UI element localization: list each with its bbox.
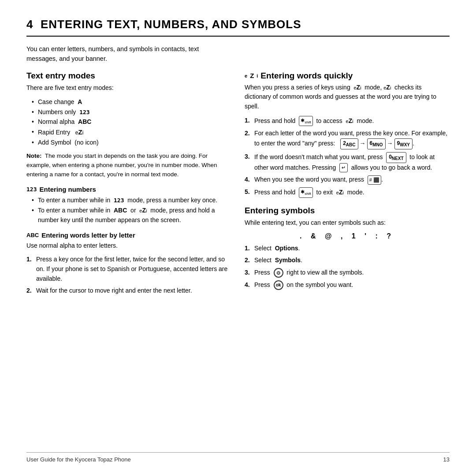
key-2abc: 2ABC xyxy=(340,138,358,149)
list-item: Rapid Entry eZi xyxy=(32,127,231,138)
note-block: Note: The mode you start in depends on t… xyxy=(26,152,231,179)
chapter-title: 4 Entering Text, Numbers, and Symbols xyxy=(26,18,301,31)
symbols-row: . & @ , 1 ' : ? xyxy=(245,232,450,240)
entering-words-quickly-body: When you press a series of keys using eZ… xyxy=(245,83,450,112)
footer-right: 13 xyxy=(443,456,450,463)
list-item: Numbers only 123 xyxy=(32,107,231,117)
back-arrow-icon: ↵ xyxy=(339,163,348,172)
right-column: eZi Entering words quickly When you pres… xyxy=(245,71,450,448)
list-item: 2. Wait for the cursor to move right and… xyxy=(26,286,231,296)
key-sequence: 2ABC → 6MNO → 9WXY xyxy=(340,138,413,149)
footer: User Guide for the Kyocera Topaz Phone 1… xyxy=(26,452,450,463)
star-key-icon-2: ✱shift xyxy=(299,187,313,198)
text-entry-modes-title: Text entry modes xyxy=(26,71,231,81)
star-key-icon: ✱shift xyxy=(299,116,313,126)
text-entry-bullets: Case change A Numbers only 123 Normal al… xyxy=(26,97,231,147)
list-item: To enter a number while in 123 mode, pre… xyxy=(32,195,231,205)
list-item: Normal alpha ABC xyxy=(32,117,231,126)
chapter-header: 4 Entering Text, Numbers, and Symbols xyxy=(26,18,450,37)
list-item: 2. Select Symbols. xyxy=(245,256,450,265)
key-0next: 0NEXT xyxy=(386,152,406,163)
entering-words-letter-steps: 1. Press a key once for the first letter… xyxy=(26,255,231,296)
entering-symbols-steps: 1. Select Options. 2. Select Symbols. 3.… xyxy=(245,244,450,290)
list-item: Add Symbol (no icon) xyxy=(32,138,231,147)
text-entry-modes-body: There are five text entry modes: xyxy=(26,83,231,93)
list-item: 1. Select Options. xyxy=(245,244,450,253)
entering-words-quickly-steps: 1. Press and hold ✱shift to access eZi m… xyxy=(245,116,450,198)
key-6mno: 6MNO xyxy=(367,138,386,149)
key-9wxyz: 9WXY xyxy=(394,138,413,149)
footer-left: User Guide for the Kyocera Topaz Phone xyxy=(26,456,131,463)
list-item: 1. Press a key once for the first letter… xyxy=(26,255,231,283)
list-item: 5. Press and hold ✱shift to exit eZi mod… xyxy=(245,187,450,198)
entering-numbers-title: 123 Entering numbers xyxy=(26,186,231,193)
nav-icon: ⊙ xyxy=(274,268,283,278)
page: 4 Entering Text, Numbers, and Symbols Yo… xyxy=(0,0,476,476)
list-item: 3. Press ⊙ right to view all the symbols… xyxy=(245,268,450,278)
entering-numbers-bullets: To enter a number while in 123 mode, pre… xyxy=(26,195,231,225)
entering-symbols-title: Entering symbols xyxy=(245,206,450,216)
list-item: 2. For each letter of the word you want,… xyxy=(245,129,450,149)
list-item: 1. Press and hold ✱shift to access eZi m… xyxy=(245,116,450,126)
entering-words-quickly-title: eZi Entering words quickly xyxy=(245,71,450,81)
hash-key: # ⬛ xyxy=(368,175,381,185)
entering-words-letter-body: Use normal alpha to enter letters. xyxy=(26,241,231,251)
list-item: 4. Press ok on the symbol you want. xyxy=(245,280,450,290)
entering-symbols-body: While entering text, you can enter symbo… xyxy=(245,218,450,228)
left-column: Text entry modes There are five text ent… xyxy=(26,71,231,448)
intro-text: You can enter letters, numbers, and symb… xyxy=(26,45,220,64)
list-item: 4. When you see the word you want, press… xyxy=(245,175,450,185)
list-item: 3. If the word doesn't match what you wa… xyxy=(245,152,450,173)
entering-words-letter-title: ABC Entering words letter by letter xyxy=(26,231,231,239)
list-item: To enter a number while in ABC or eZi mo… xyxy=(32,205,231,225)
list-item: Case change A xyxy=(32,97,231,107)
ok-icon: ok xyxy=(274,280,283,290)
two-col-layout: Text entry modes There are five text ent… xyxy=(26,71,450,448)
